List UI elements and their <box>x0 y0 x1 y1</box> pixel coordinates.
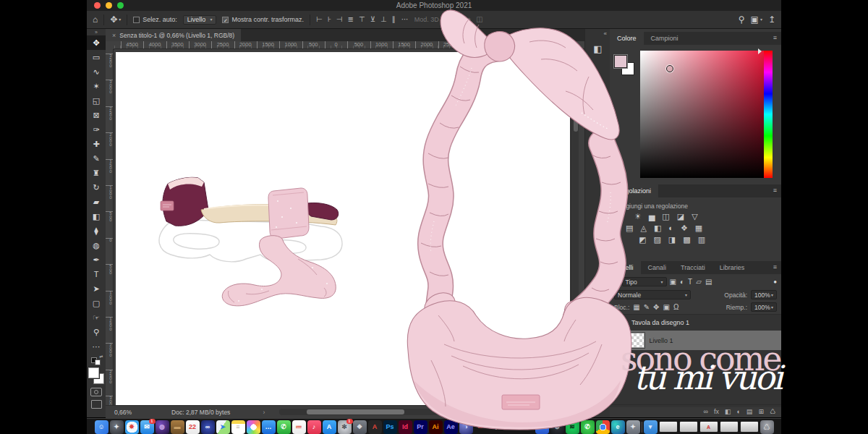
adjustment-layer-icon[interactable]: ◐ <box>736 408 740 415</box>
lock-paint-icon[interactable]: ✎ <box>644 303 650 311</box>
messages[interactable]: … <box>262 420 276 434</box>
align-center-h-icon[interactable]: ⊦ <box>328 16 331 23</box>
close-window-button[interactable] <box>94 2 101 9</box>
invert-icon[interactable]: ◩ <box>639 235 646 244</box>
selective-color-icon[interactable]: ▥ <box>698 235 705 244</box>
move-tool-preset-icon[interactable]: ✥▾ <box>110 15 121 24</box>
minimized-window-3[interactable]: A <box>699 421 718 433</box>
auto-select-checkbox[interactable]: Selez. auto: <box>133 16 177 23</box>
align-top-icon[interactable]: ⊤ <box>359 16 365 23</box>
align-middle-icon[interactable]: ⊻ <box>370 16 375 23</box>
spot-healing-tool[interactable]: ✚ <box>87 137 106 151</box>
photos[interactable] <box>247 420 260 434</box>
blur-tool[interactable]: ⧫ <box>87 224 106 238</box>
filter-shape-icon[interactable]: ▱ <box>696 278 702 286</box>
opacity-input[interactable]: 100%▾ <box>751 290 777 299</box>
history-brush-tool[interactable]: ↻ <box>87 180 106 195</box>
close-tab-icon[interactable]: × <box>112 32 116 39</box>
brown-folder[interactable]: ▬ <box>171 420 184 434</box>
move-tool[interactable]: ✥ <box>87 35 106 50</box>
gradient-map-icon[interactable]: ▩ <box>683 235 690 244</box>
horizontal-scrollbar-thumb[interactable] <box>307 409 404 414</box>
layer-mask-icon[interactable]: ◧ <box>725 408 731 415</box>
path-selection-tool[interactable]: ➤ <box>87 281 106 296</box>
curves-icon[interactable]: ◫ <box>662 212 669 221</box>
gray-app[interactable]: ❖ <box>353 420 367 434</box>
status-chevron-icon[interactable]: › <box>263 409 265 416</box>
color-cursor-icon[interactable] <box>666 65 673 72</box>
threshold-icon[interactable]: ◨ <box>668 235 676 244</box>
trash[interactable]: ♺ <box>760 420 774 434</box>
dodge-tool[interactable]: ◍ <box>87 238 106 252</box>
panel-menu-icon[interactable]: ≡ <box>773 34 777 41</box>
safari[interactable]: ✵ <box>125 420 139 434</box>
lock-move-icon[interactable]: ✥ <box>653 303 659 311</box>
search-icon[interactable]: ⚲ <box>739 15 745 24</box>
minimized-window-5[interactable] <box>740 421 759 433</box>
checkbox-checked-icon[interactable]: ✓ <box>222 17 229 23</box>
gradient-tool[interactable]: ◧ <box>87 209 106 224</box>
mail[interactable]: ✉1 <box>140 420 154 434</box>
shape-tool[interactable]: ▢ <box>87 296 106 310</box>
color-field[interactable] <box>640 51 772 178</box>
layer-group-icon[interactable]: ▤ <box>746 408 753 415</box>
minimized-window-1[interactable] <box>659 421 678 433</box>
link-layers-icon[interactable]: ∞ <box>703 408 707 415</box>
filter-smart-icon[interactable]: ▤ <box>705 278 712 286</box>
fill-input[interactable]: 100%▾ <box>751 302 777 312</box>
tab-campioni[interactable]: Campioni <box>644 32 686 45</box>
lasso-tool[interactable]: ∿ <box>87 64 106 79</box>
color-lookup-icon[interactable]: ▦ <box>695 224 702 233</box>
collapse-tools-icon[interactable]: » <box>95 29 98 35</box>
filter-type-icon[interactable]: T <box>688 278 692 286</box>
lock-artboard-icon[interactable]: ▣ <box>663 303 670 311</box>
purple-sphere-app[interactable]: ◍ <box>156 420 169 434</box>
reminders[interactable]: ≔ <box>292 420 306 434</box>
maps[interactable]: ➤ <box>216 420 230 434</box>
eraser-tool[interactable]: ▰ <box>87 195 106 209</box>
panel-menu-icon[interactable]: ≡ <box>773 187 777 194</box>
facetime[interactable]: ✆ <box>277 420 291 434</box>
delete-layer-icon[interactable]: ♺ <box>770 408 775 415</box>
rectangular-marquee-tool[interactable]: ▭ <box>87 50 106 64</box>
music[interactable]: ♪ <box>307 420 321 434</box>
brush-tool[interactable]: ✎ <box>87 151 106 166</box>
clone-stamp-tool[interactable]: ♜ <box>87 166 106 180</box>
swap-colors-icon[interactable]: ⇄ <box>99 354 103 359</box>
app-store[interactable]: A <box>323 420 336 434</box>
filter-adjustment-icon[interactable]: ◐ <box>680 278 684 286</box>
eyedropper-tool[interactable]: ✑ <box>87 122 106 137</box>
posterize-icon[interactable]: ▨ <box>653 235 660 244</box>
minimized-window-4[interactable] <box>720 421 739 433</box>
align-right-icon[interactable]: ⊣ <box>336 16 343 23</box>
filter-pixel-icon[interactable]: ▣ <box>670 278 676 286</box>
quick-mask-icon[interactable] <box>90 388 102 396</box>
share-icon[interactable]: ↥ <box>768 15 775 24</box>
document-tab[interactable]: × Senza titolo-1 @ 0,66% (Livello 1, RGB… <box>106 29 241 41</box>
checkbox-icon[interactable] <box>133 17 140 23</box>
pen-tool[interactable]: ✒ <box>87 252 106 267</box>
channel-mixer-icon[interactable]: ❖ <box>681 224 688 233</box>
photoshop[interactable]: Ps <box>383 420 397 434</box>
foreground-color-swatch[interactable] <box>88 367 99 378</box>
infinity-app[interactable]: ∞ <box>201 420 215 434</box>
color-balance-icon[interactable]: ◬ <box>640 224 646 233</box>
show-transform-checkbox[interactable]: ✓ Mostra contr. trasformaz. <box>222 16 304 23</box>
tab-tracciati[interactable]: Tracciati <box>673 261 712 274</box>
dock-divider[interactable] <box>642 422 642 433</box>
workspace-icon[interactable]: ▣▾ <box>751 15 762 24</box>
notes[interactable]: ≡ <box>231 420 245 434</box>
panel-menu-icon[interactable]: ≡ <box>773 263 777 271</box>
minimize-window-button[interactable] <box>106 2 112 9</box>
levels-icon[interactable]: ▅ <box>649 212 655 221</box>
exposure-icon[interactable]: ◪ <box>677 212 684 221</box>
foreground-background-swatches[interactable] <box>88 367 104 384</box>
home-icon[interactable]: ⌂ <box>93 15 98 24</box>
object-selection-tool[interactable]: ✶ <box>87 79 106 93</box>
auto-select-dropdown[interactable]: Livello ▾ <box>183 15 217 25</box>
downloads-folder[interactable]: ▾ <box>644 420 658 434</box>
hue-slider[interactable] <box>764 51 773 178</box>
launchpad[interactable]: ✦ <box>110 420 124 434</box>
calendar[interactable]: 22 <box>186 420 200 434</box>
tab-libraries[interactable]: Libraries <box>712 261 752 274</box>
